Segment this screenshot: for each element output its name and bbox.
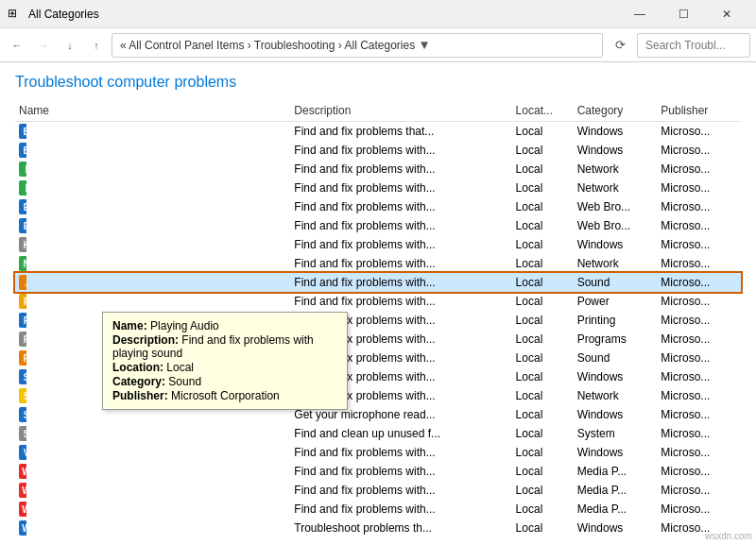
item-name-cell: KKeyboard	[15, 235, 26, 254]
table-row[interactable]: WWindows Media Player SettingsFind and f…	[15, 500, 741, 519]
minimize-button[interactable]: —	[618, 0, 662, 28]
tooltip-desc-label: Description:	[112, 333, 179, 347]
item-name-cell: ♪Playing Audio	[15, 273, 26, 292]
item-location: Local	[512, 160, 574, 179]
table-row[interactable]: VVideo PlaybackFind and fix problems wit…	[15, 443, 741, 462]
item-icon: E	[19, 199, 26, 214]
item-category: Web Bro...	[574, 216, 658, 235]
item-category: Network	[574, 160, 658, 179]
item-name-cell: PPrinter	[15, 311, 26, 330]
item-category: Web Bro...	[574, 197, 658, 216]
item-icon: B	[19, 124, 26, 139]
tooltip-name-label: Name:	[112, 319, 147, 332]
item-icon: P	[19, 294, 26, 309]
item-category: Windows	[574, 141, 658, 160]
table-row[interactable]: NNetwork AdapterFind and fix problems wi…	[15, 254, 741, 273]
item-publisher: Microso...	[657, 179, 741, 197]
item-publisher: Microso...	[657, 311, 741, 330]
item-publisher: Microso...	[657, 330, 741, 349]
item-name-cell: VVideo Playback	[15, 443, 26, 462]
table-row[interactable]: WWindows Media Player DVDFind and fix pr…	[15, 462, 741, 481]
item-publisher: Microso...	[657, 160, 741, 179]
item-location: Local	[512, 330, 574, 349]
item-icon: W	[19, 483, 26, 498]
item-publisher: Microso...	[657, 500, 741, 519]
col-header-location[interactable]: Locat...	[512, 102, 574, 122]
table-row[interactable]: IIncoming ConnectionsFind and fix proble…	[15, 160, 741, 179]
item-publisher: Microso...	[657, 216, 741, 235]
address-input[interactable]: « All Control Panel Items › Troubleshoot…	[112, 33, 603, 58]
item-category: Windows	[574, 443, 658, 462]
item-publisher: Microso...	[657, 292, 741, 311]
back-button[interactable]: ←	[6, 34, 28, 57]
restore-button[interactable]: ☐	[662, 0, 705, 28]
item-category: Sound	[574, 273, 658, 292]
forward-button[interactable]: →	[32, 34, 55, 57]
window-icon: ⊞	[8, 7, 23, 22]
close-button[interactable]: ✕	[705, 0, 748, 28]
item-location: Local	[512, 311, 574, 330]
page-title: Troubleshoot computer problems	[15, 74, 741, 91]
item-category: Media P...	[574, 462, 658, 481]
item-name-cell: PProgram C...	[15, 330, 26, 349]
col-header-description[interactable]: Description	[290, 102, 511, 122]
item-location: Local	[512, 141, 574, 160]
table-row[interactable]: IInternet ConnectionsFind and fix proble…	[15, 179, 741, 197]
tooltip-loc-row: Location: Local	[112, 361, 337, 374]
refresh-button[interactable]: ⟳	[607, 32, 633, 59]
title-bar: ⊞ All Categories — ☐ ✕	[0, 0, 756, 28]
item-icon: E	[19, 218, 26, 233]
item-publisher: Microso...	[657, 443, 741, 462]
table-row[interactable]: BBackground Intelligent Transfer Service…	[15, 122, 741, 142]
item-publisher: Microso...	[657, 386, 741, 405]
item-category: Media P...	[574, 500, 658, 519]
item-description: Find and fix problems with...	[290, 292, 511, 311]
item-category: Programs	[574, 330, 658, 349]
col-header-category[interactable]: Category	[574, 102, 658, 122]
tooltip-cat-value: Sound	[168, 375, 201, 388]
item-location: Local	[512, 481, 574, 500]
item-icon: V	[19, 445, 26, 460]
col-header-name[interactable]: Name	[15, 102, 290, 122]
address-dropdown-arrow[interactable]: ▼	[415, 33, 434, 58]
item-icon: K	[19, 237, 26, 252]
up-button[interactable]: ↑	[85, 34, 108, 57]
item-name-cell: SSpeech	[15, 405, 26, 424]
table-row[interactable]: WWindows Media Player LibraryFind and fi…	[15, 481, 741, 500]
item-location: Local	[512, 462, 574, 481]
table-row[interactable]: BBluetoothFind and fix problems with...L…	[15, 141, 741, 160]
item-description: Find and fix problems with...	[290, 179, 511, 197]
table-row[interactable]: ♪Playing AudioFind and fix problems with…	[15, 273, 741, 292]
item-location: Local	[512, 424, 574, 443]
item-category: Windows	[574, 122, 658, 142]
col-header-publisher[interactable]: Publisher	[657, 102, 741, 122]
item-description: Find and fix problems with...	[290, 141, 511, 160]
item-icon: I	[19, 162, 26, 177]
table-row[interactable]: PPowerFind and fix problems with...Local…	[15, 292, 741, 311]
table-row[interactable]: KKeyboardFind and fix problems with...Lo…	[15, 235, 741, 254]
item-name-cell: WWindows Media Player Settings	[15, 500, 26, 519]
title-bar-controls: — ☐ ✕	[618, 0, 748, 28]
item-location: Local	[512, 216, 574, 235]
dropdown-button[interactable]: ↓	[59, 34, 81, 57]
item-category: Windows	[574, 519, 658, 537]
item-name-cell: EInternet Explorer Safety	[15, 216, 26, 235]
table-row[interactable]: WWindows Store AppsTroubleshoot problems…	[15, 519, 741, 537]
item-description: Find and clean up unused f...	[290, 424, 511, 443]
item-icon: B	[19, 143, 26, 158]
search-input[interactable]	[637, 33, 750, 58]
item-publisher: Microso...	[657, 122, 741, 142]
item-icon: R	[19, 350, 26, 366]
table-row[interactable]: EInternet Explorer SafetyFind and fix pr…	[15, 216, 741, 235]
item-name-cell: BBluetooth	[15, 141, 26, 160]
item-icon: S	[19, 369, 26, 384]
item-icon: W	[19, 520, 26, 536]
item-icon: W	[19, 502, 26, 517]
item-publisher: Microso...	[657, 273, 741, 292]
item-publisher: Microso...	[657, 197, 741, 216]
table-row[interactable]: SSystem MaintenanceFind and clean up unu…	[15, 424, 741, 443]
table-row[interactable]: EInternet Explorer PerformanceFind and f…	[15, 197, 741, 216]
tooltip-cat-label: Category:	[112, 375, 165, 388]
item-icon: S	[19, 388, 26, 403]
item-location: Local	[512, 273, 574, 292]
